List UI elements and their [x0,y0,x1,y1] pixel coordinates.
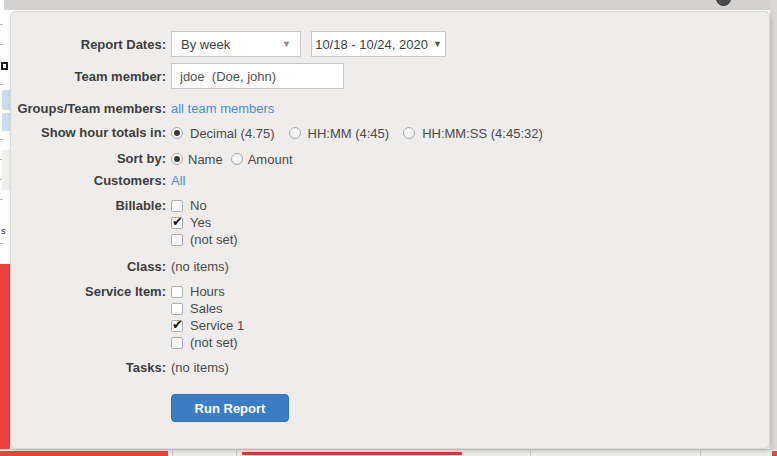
radio-sort-name[interactable] [171,153,183,165]
checkbox-service-1[interactable] [171,320,183,332]
row-divider-fragment [0,139,3,140]
billable-option[interactable]: Yes [171,214,211,231]
option-label: Service 1 [190,318,244,333]
hour-format-option[interactable]: HH:MM:SS (4:45:32) [403,125,543,141]
sort-by-row: Sort by: Name Amount [11,151,769,167]
background-toolbar-fragment [4,0,777,10]
service-item-label: Service Item: [11,283,166,300]
option-label: (not set) [190,335,238,350]
class-label: Class: [11,259,166,275]
class-value: (no items) [171,259,229,275]
customers-row: Customers: All [11,173,769,189]
hour-totals-row: Show hour totals in: Decimal (4.75) HH:M… [11,125,769,141]
report-period-select[interactable]: By week ▼ [171,31,301,57]
date-range-select[interactable]: 10/18 - 10/24, 2020 ▼ [311,31,446,57]
row-divider-fragment [0,243,3,244]
service-item-option[interactable]: Hours [171,283,225,300]
option-label: HH:MM (4:45) [308,126,390,141]
tasks-label: Tasks: [11,360,166,376]
background-right-margin [770,0,777,456]
row-divider-fragment [0,24,3,25]
radio-decimal[interactable] [171,127,183,139]
background-alert-bar [0,264,10,452]
background-text-fragment: s [1,226,10,237]
background-red-bar [242,452,462,455]
billable-option[interactable]: No [171,197,207,214]
row-divider-fragment [0,199,3,200]
report-period-value: By week [181,37,230,52]
hour-totals-label: Show hour totals in: [11,125,166,141]
sort-option[interactable]: Name [171,151,223,167]
sort-by-label: Sort by: [11,151,166,167]
background-red-cell [0,451,168,456]
background-selection-fragment [2,90,10,110]
cell-border-fragment [172,450,173,456]
option-label: Sales [190,301,223,316]
report-dates-row: Report Dates: By week ▼ 10/18 - 10/24, 2… [11,31,769,57]
team-member-input[interactable] [171,63,344,89]
team-member-row: Team member: [11,63,769,89]
all-team-members-link[interactable]: all team members [171,101,274,117]
report-options-dialog: Report Dates: By week ▼ 10/18 - 10/24, 2… [10,11,770,449]
cell-border-fragment [700,450,701,456]
billable-label: Billable: [11,197,166,214]
radio-hhmmss[interactable] [403,127,415,139]
service-item-option[interactable]: (not set) [171,334,238,351]
run-report-button[interactable]: Run Report [171,394,289,422]
class-row: Class: (no items) [11,259,769,275]
tasks-row: Tasks: (no items) [11,360,769,376]
team-member-label: Team member: [11,63,166,85]
option-label: HH:MM:SS (4:45:32) [422,126,543,141]
customers-label: Customers: [11,173,166,189]
option-label: No [190,198,207,213]
checkbox-service-notset[interactable] [171,337,183,349]
date-range-value: 10/18 - 10/24, 2020 [315,37,428,52]
checkbox-billable-no[interactable] [171,200,183,212]
option-label: Yes [190,215,211,230]
background-table-band [0,449,777,456]
checkbox-sales[interactable] [171,303,183,315]
option-label: Hours [190,284,225,299]
background-red-cell [772,451,777,456]
checkbox-hours[interactable] [171,286,183,298]
checkbox-billable-yes[interactable] [171,217,183,229]
band-top-border [0,449,777,450]
row-divider-fragment [0,44,3,45]
option-label: Amount [248,152,293,167]
chevron-down-icon: ▼ [282,39,291,49]
cell-border-fragment [530,450,531,456]
report-dates-label: Report Dates: [11,31,166,53]
radio-sort-amount[interactable] [231,153,243,165]
hour-format-option[interactable]: HH:MM (4:45) [289,125,390,141]
billable-row: Billable: No Yes (not set) [11,197,769,248]
chevron-down-icon: ▼ [433,39,442,49]
service-item-option[interactable]: Sales [171,300,223,317]
groups-label: Groups/Team members: [11,101,166,117]
row-divider-fragment [0,84,3,85]
option-label: (not set) [190,232,238,247]
cell-border-fragment [236,450,237,456]
option-label: Decimal (4.75) [190,126,275,141]
background-selection-fragment [2,113,10,131]
groups-row: Groups/Team members: all team members [11,101,769,117]
tasks-value: (no items) [171,360,229,376]
background-checkbox-fragment [1,62,8,70]
option-label: Name [188,152,223,167]
customers-all-link[interactable]: All [171,173,185,189]
background-shading-fragment [2,150,10,190]
checkbox-billable-notset[interactable] [171,234,183,246]
sort-option[interactable]: Amount [231,151,293,167]
button-row: Run Report [11,394,769,422]
service-item-option[interactable]: Service 1 [171,317,244,334]
billable-option[interactable]: (not set) [171,231,238,248]
service-item-row: Service Item: Hours Sales Service 1 (not… [11,283,769,351]
radio-hhmm[interactable] [289,127,301,139]
hour-format-option[interactable]: Decimal (4.75) [171,125,275,141]
